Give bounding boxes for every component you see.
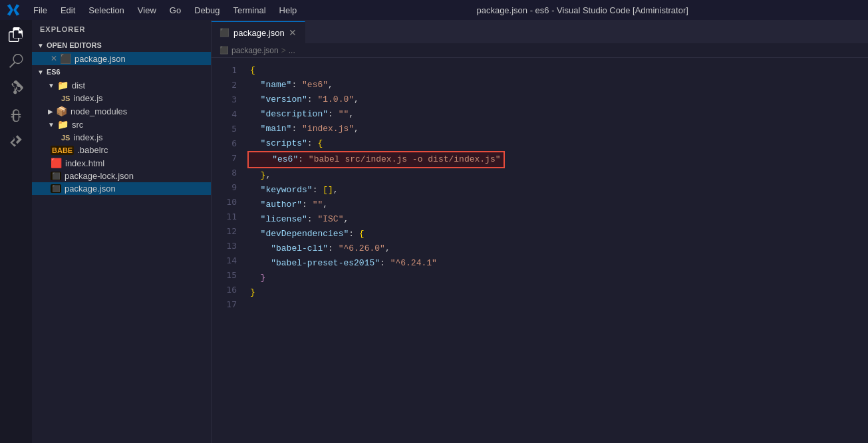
json-pkg-icon: ⬛ — [51, 184, 61, 193]
code-line-13: "babel-cli": "^6.26.0", — [250, 241, 868, 256]
tree-item-dist-indexjs-label: index.js — [73, 93, 102, 103]
debug-activity-icon[interactable] — [7, 105, 25, 124]
es6-label: ES6 — [47, 68, 61, 76]
code-line-17 — [250, 300, 868, 315]
menu-selection[interactable]: Selection — [82, 3, 130, 18]
code-line-1: { — [250, 63, 868, 78]
line-num-8: 8 — [212, 166, 245, 180]
code-content[interactable]: { "name": "es6", "version": "1.0.0", "de… — [245, 58, 868, 443]
editor-area: ⬛ package.json ✕ ⬛ package.json > ... 1 … — [212, 20, 868, 443]
line-num-7: 7 — [212, 151, 245, 166]
tree-item-node-modules[interactable]: ▶ 📦 node_modules — [32, 104, 211, 118]
code-line-5: "main": "index.js", — [250, 122, 868, 136]
json-file-icon: ⬛ — [60, 53, 71, 64]
code-line-16: } — [250, 285, 868, 300]
es6-section[interactable]: ▼ ES6 — [32, 65, 211, 78]
code-line-15: } — [250, 271, 868, 285]
tab-package-json[interactable]: ⬛ package.json ✕ — [212, 21, 305, 43]
main-layout: EXPLORER ▼ OPEN EDITORS ✕ ⬛ package.json… — [0, 20, 868, 443]
tab-close-icon[interactable]: ✕ — [289, 28, 297, 37]
code-line-8: }, — [250, 168, 868, 183]
git-activity-icon[interactable] — [7, 78, 25, 97]
open-editor-package-json[interactable]: ✕ ⬛ package.json — [32, 52, 211, 65]
line-num-15: 15 — [212, 268, 245, 283]
line-num-2: 2 — [212, 78, 245, 92]
line-num-9: 9 — [212, 180, 245, 195]
menu-file[interactable]: File — [27, 3, 54, 18]
line-num-14: 14 — [212, 253, 245, 268]
babelrc-icon: BABE — [51, 146, 74, 155]
titlebar: File Edit Selection View Go Debug Termin… — [0, 0, 868, 20]
close-open-editor-icon[interactable]: ✕ — [51, 54, 57, 63]
tree-item-package-lock-json[interactable]: ⬛ package-lock.json — [32, 170, 211, 182]
tree-item-babelrc-label: .babelrc — [77, 145, 108, 155]
explorer-icon[interactable] — [7, 25, 25, 44]
sidebar: EXPLORER ▼ OPEN EDITORS ✕ ⬛ package.json… — [32, 20, 212, 443]
breadcrumb-icon: ⬛ — [219, 46, 229, 55]
line-num-17: 17 — [212, 297, 245, 312]
folder-nodemodules-icon: 📦 — [56, 106, 67, 116]
window-title: package.json - es6 - Visual Studio Code … — [303, 5, 861, 15]
code-line-10: "author": "", — [250, 198, 868, 212]
code-line-7: "es6": "babel src/index.js -o dist/index… — [250, 151, 868, 168]
code-line-6: "scripts": { — [250, 136, 868, 151]
breadcrumb-rest: ... — [289, 46, 295, 55]
tree-item-indexhtml-label: index.html — [65, 158, 104, 168]
menu-bar: File Edit Selection View Go Debug Termin… — [27, 3, 303, 18]
html-file-icon: 🟥 — [51, 158, 62, 168]
tree-item-babelrc[interactable]: BABE .babelrc — [32, 144, 211, 156]
breadcrumb-file[interactable]: package.json — [231, 46, 279, 55]
code-line-9: "keywords": [], — [250, 183, 868, 198]
search-activity-icon[interactable] — [7, 52, 25, 71]
tree-item-dist-indexjs[interactable]: JS index.js — [32, 92, 211, 104]
sidebar-header: EXPLORER — [32, 20, 211, 39]
line-num-1: 1 — [212, 63, 245, 78]
breadcrumb: ⬛ package.json > ... — [212, 43, 868, 58]
menu-edit[interactable]: Edit — [54, 3, 82, 18]
code-line-14: "babel-preset-es2015": "^6.24.1" — [250, 256, 868, 271]
tree-item-src-indexjs[interactable]: JS index.js — [32, 131, 211, 144]
extensions-activity-icon[interactable] — [7, 132, 25, 150]
tree-item-src[interactable]: ▼ 📁 src — [32, 118, 211, 131]
line-num-12: 12 — [212, 224, 245, 239]
breadcrumb-sep: > — [281, 46, 286, 55]
tree-item-src-label: src — [72, 120, 83, 130]
code-line-4: "description": "", — [250, 107, 868, 122]
tab-filename: package.json — [233, 28, 285, 38]
tree-item-src-indexjs-label: index.js — [73, 132, 102, 142]
es6-arrow: ▼ — [37, 69, 44, 76]
tree-item-package-lock-label: package-lock.json — [65, 171, 134, 181]
menu-view[interactable]: View — [131, 3, 163, 18]
js-src-file-icon: JS — [61, 134, 70, 142]
json-lock-icon: ⬛ — [51, 172, 61, 180]
line-num-11: 11 — [212, 210, 245, 224]
line-num-13: 13 — [212, 239, 245, 253]
line-num-10: 10 — [212, 195, 245, 210]
line-num-5: 5 — [212, 122, 245, 136]
menu-go[interactable]: Go — [163, 3, 188, 18]
open-editors-section[interactable]: ▼ OPEN EDITORS — [32, 39, 211, 52]
open-editor-filename: package.json — [74, 54, 126, 64]
menu-terminal[interactable]: Terminal — [226, 3, 272, 18]
tree-item-dist[interactable]: ▼ 📁 dist — [32, 78, 211, 92]
tree-item-node-modules-label: node_modules — [71, 106, 127, 116]
code-line-3: "version": "1.0.0", — [250, 92, 868, 107]
menu-debug[interactable]: Debug — [188, 3, 226, 18]
open-editors-label: OPEN EDITORS — [47, 41, 102, 49]
vscode-logo-icon — [7, 3, 20, 17]
line-num-16: 16 — [212, 283, 245, 297]
code-area[interactable]: 1 2 3 4 5 6 7 8 9 10 11 12 13 14 15 16 1… — [212, 58, 868, 443]
code-line-11: "license": "ISC", — [250, 212, 868, 227]
tree-item-package-json[interactable]: ⬛ package.json — [32, 182, 211, 195]
line-num-4: 4 — [212, 107, 245, 122]
js-file-icon: JS — [61, 94, 70, 102]
activity-bar — [0, 20, 32, 443]
line-num-6: 6 — [212, 136, 245, 151]
open-editors-arrow: ▼ — [37, 42, 44, 49]
folder-dist-icon: 📁 — [57, 80, 69, 90]
tab-json-icon: ⬛ — [219, 28, 229, 37]
menu-help[interactable]: Help — [273, 3, 304, 18]
line-num-3: 3 — [212, 92, 245, 107]
tree-item-indexhtml[interactable]: 🟥 index.html — [32, 156, 211, 170]
code-line-2: "name": "es6", — [250, 78, 868, 92]
